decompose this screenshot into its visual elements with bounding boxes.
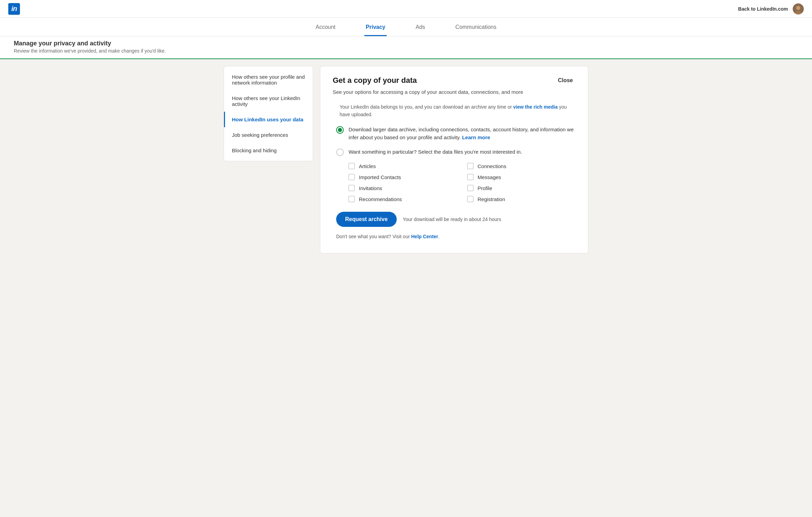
checkbox-connections[interactable] bbox=[467, 163, 473, 169]
sidebar: How others see your profile and network … bbox=[224, 66, 313, 161]
nav-tabs: Account Privacy Ads Communications bbox=[0, 18, 812, 36]
linkedin-logo[interactable]: in bbox=[8, 3, 20, 15]
sidebar-item-linkedin-data[interactable]: How LinkedIn uses your data bbox=[224, 112, 313, 127]
checkbox-articles-label: Articles bbox=[359, 163, 376, 169]
radio-larger-archive-label: Download larger data archive, including … bbox=[349, 126, 576, 141]
checkbox-messages[interactable] bbox=[467, 174, 473, 180]
radio-specific-files[interactable] bbox=[336, 148, 344, 156]
help-center-link[interactable]: Help Center bbox=[411, 234, 438, 239]
radio-specific-files-label: Want something in particular? Select the… bbox=[349, 148, 522, 156]
checkbox-item-articles: Articles bbox=[349, 163, 457, 169]
main-layout: How others see your profile and network … bbox=[217, 59, 595, 260]
checkbox-articles[interactable] bbox=[349, 163, 355, 169]
page-subtitle-title: Manage your privacy and activity bbox=[14, 40, 798, 47]
content-description: See your options for accessing a copy of… bbox=[333, 88, 576, 96]
sidebar-item-label: Blocking and hiding bbox=[232, 147, 277, 153]
checkbox-item-imported-contacts: Imported Contacts bbox=[349, 174, 457, 180]
checkbox-item-connections: Connections bbox=[467, 163, 576, 169]
sidebar-item-linkedin-activity[interactable]: How others see your LinkedIn activity bbox=[224, 90, 313, 112]
radio-larger-archive[interactable] bbox=[336, 126, 344, 134]
checkbox-profile[interactable] bbox=[467, 185, 473, 191]
checkbox-item-recommendations: Recommendations bbox=[349, 196, 457, 202]
sidebar-item-label: How others see your LinkedIn activity bbox=[232, 95, 306, 107]
sidebar-item-label: How LinkedIn uses your data bbox=[232, 117, 303, 122]
checkbox-registration-label: Registration bbox=[478, 196, 505, 202]
sidebar-item-label: How others see your profile and network … bbox=[232, 74, 306, 86]
checkbox-item-invitations: Invitations bbox=[349, 185, 457, 191]
tab-ads[interactable]: Ads bbox=[414, 18, 427, 36]
page-subtitle-desc: Review the information we've provided, a… bbox=[14, 48, 798, 54]
radio-option-larger-archive: Download larger data archive, including … bbox=[336, 126, 576, 141]
page-subtitle-bar: Manage your privacy and activity Review … bbox=[0, 36, 812, 59]
checkbox-profile-label: Profile bbox=[478, 185, 492, 191]
ready-text: Your download will be ready in about 24 … bbox=[403, 217, 501, 222]
sidebar-item-job-seeking[interactable]: Job seeking preferences bbox=[224, 127, 313, 143]
header-right: Back to LinkedIn.com bbox=[738, 3, 804, 14]
request-archive-section: Request archive Your download will be re… bbox=[336, 212, 576, 227]
tab-account[interactable]: Account bbox=[314, 18, 337, 36]
content-area: Get a copy of your data Close See your o… bbox=[320, 66, 588, 253]
info-text: Your LinkedIn data belongs to you, and y… bbox=[340, 103, 576, 119]
header: in Back to LinkedIn.com bbox=[0, 0, 812, 18]
checkbox-invitations-label: Invitations bbox=[359, 185, 382, 191]
footer-text: Don't see what you want? Visit our Help … bbox=[336, 234, 576, 239]
radio-option-specific-files: Want something in particular? Select the… bbox=[336, 148, 576, 156]
checkbox-item-messages: Messages bbox=[467, 174, 576, 180]
tab-privacy[interactable]: Privacy bbox=[364, 18, 387, 36]
info-text-before: Your LinkedIn data belongs to you, and y… bbox=[340, 104, 513, 110]
tab-communications[interactable]: Communications bbox=[454, 18, 498, 36]
checkbox-item-profile: Profile bbox=[467, 185, 576, 191]
checkbox-connections-label: Connections bbox=[478, 163, 506, 169]
checkbox-registration[interactable] bbox=[467, 196, 473, 202]
header-left: in bbox=[8, 3, 20, 15]
content-title: Get a copy of your data bbox=[333, 76, 417, 85]
checkboxes-grid: Articles Connections Imported Contacts M… bbox=[349, 163, 576, 202]
learn-more-link[interactable]: Learn more bbox=[462, 134, 490, 140]
checkbox-messages-label: Messages bbox=[478, 174, 501, 180]
close-button[interactable]: Close bbox=[555, 76, 576, 85]
checkbox-recommendations-label: Recommendations bbox=[359, 196, 402, 202]
checkbox-recommendations[interactable] bbox=[349, 196, 355, 202]
content-header: Get a copy of your data Close bbox=[333, 76, 576, 85]
view-rich-media-link[interactable]: view the rich media bbox=[513, 104, 558, 110]
sidebar-item-profile-visibility[interactable]: How others see your profile and network … bbox=[224, 69, 313, 90]
sidebar-item-blocking[interactable]: Blocking and hiding bbox=[224, 143, 313, 158]
checkbox-imported-contacts[interactable] bbox=[349, 174, 355, 180]
checkbox-invitations[interactable] bbox=[349, 185, 355, 191]
back-to-linkedin-link[interactable]: Back to LinkedIn.com bbox=[738, 6, 788, 12]
checkbox-item-registration: Registration bbox=[467, 196, 576, 202]
avatar[interactable] bbox=[793, 3, 804, 14]
svg-point-1 bbox=[796, 6, 800, 10]
sidebar-item-label: Job seeking preferences bbox=[232, 132, 288, 138]
request-archive-button[interactable]: Request archive bbox=[336, 212, 397, 227]
checkbox-imported-contacts-label: Imported Contacts bbox=[359, 174, 401, 180]
